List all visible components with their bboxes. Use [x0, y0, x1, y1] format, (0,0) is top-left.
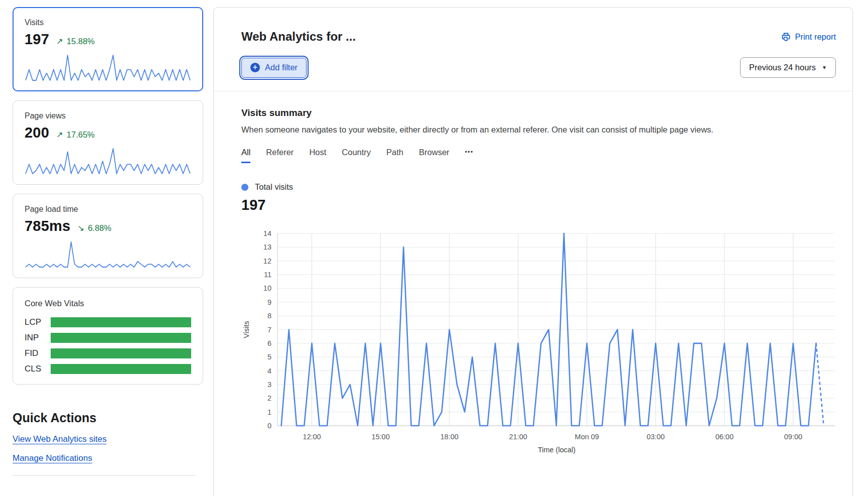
- visits-line-chart: 0123456789101112131412:0015:0018:0021:00…: [241, 228, 836, 457]
- analytics-main-panel: Web Analytics for ... Print report +: [213, 7, 853, 496]
- chart-legend: Total visits: [241, 182, 836, 192]
- svg-text:3: 3: [267, 381, 271, 389]
- tab-country[interactable]: Country: [342, 148, 371, 163]
- visits-summary-title: Visits summary: [241, 107, 836, 118]
- svg-text:7: 7: [267, 326, 271, 334]
- stat-card-value-row: 785ms ↘ 6.88%: [25, 218, 191, 234]
- stat-card-delta-value: 17.65%: [67, 130, 95, 140]
- svg-text:9: 9: [267, 298, 271, 306]
- tabs-overflow-menu[interactable]: •••: [465, 148, 474, 163]
- plus-circle-icon: +: [250, 63, 260, 72]
- core-web-vitals-title: Core Web Vitals: [25, 299, 191, 308]
- trend-up-icon: ↗: [56, 130, 63, 140]
- svg-text:15:00: 15:00: [371, 433, 389, 441]
- cwv-bar-good: [51, 317, 191, 327]
- svg-text:1: 1: [267, 408, 271, 416]
- svg-text:8: 8: [267, 312, 271, 320]
- header-divider: [214, 91, 852, 91]
- time-period-label: Previous 24 hours: [749, 63, 816, 72]
- quick-actions-section: Quick Actions View Web Analytics sites M…: [13, 411, 203, 476]
- stat-card-delta: ↗ 15.88%: [56, 37, 95, 46]
- cwv-row-inp: INP: [25, 333, 191, 343]
- svg-text:12: 12: [263, 257, 271, 265]
- stat-card-visits[interactable]: Visits 197 ↗ 15.88%: [13, 7, 203, 91]
- svg-text:2: 2: [267, 394, 271, 402]
- stat-card-delta: ↘ 6.88%: [77, 223, 111, 233]
- tab-browser[interactable]: Browser: [419, 148, 450, 163]
- svg-text:13: 13: [263, 243, 271, 251]
- dimension-tabs: All Referer Host Country Path Browser ••…: [241, 148, 836, 163]
- cwv-label: INP: [25, 333, 51, 343]
- cwv-bar-track: [51, 333, 191, 343]
- svg-text:4: 4: [267, 367, 271, 375]
- cwv-label: CLS: [25, 364, 51, 374]
- tab-path[interactable]: Path: [386, 148, 403, 163]
- time-period-dropdown[interactable]: Previous 24 hours ▼: [740, 57, 836, 78]
- stat-card-value: 785ms: [25, 218, 70, 234]
- stat-card-label: Visits: [25, 18, 191, 27]
- stat-card-value-row: 197 ↗ 15.88%: [25, 31, 191, 48]
- web-analytics-dashboard: Visits 197 ↗ 15.88% Page views 200 ↗ 17.…: [0, 0, 868, 496]
- svg-text:6: 6: [267, 339, 271, 347]
- cwv-row-cls: CLS: [25, 364, 191, 374]
- stat-card-delta-value: 15.88%: [67, 37, 95, 46]
- print-report-link[interactable]: Print report: [781, 32, 836, 42]
- tab-referer[interactable]: Referer: [266, 148, 294, 163]
- svg-text:18:00: 18:00: [440, 433, 458, 441]
- cwv-bar-good: [51, 333, 191, 343]
- page-views-sparkline: [25, 146, 191, 175]
- stat-card-label: Page load time: [25, 205, 191, 214]
- svg-text:11: 11: [264, 271, 271, 279]
- print-report-label: Print report: [795, 32, 836, 42]
- svg-text:14: 14: [263, 229, 271, 237]
- svg-text:Time (local): Time (local): [538, 446, 575, 454]
- svg-text:Visits: Visits: [242, 321, 250, 338]
- manage-notifications-link[interactable]: Manage Notifications: [13, 453, 92, 463]
- add-filter-button[interactable]: + Add filter: [241, 58, 307, 78]
- page-title: Web Analytics for ...: [241, 30, 356, 44]
- stat-card-page-views[interactable]: Page views 200 ↗ 17.65%: [13, 100, 203, 185]
- add-filter-label: Add filter: [265, 63, 298, 72]
- svg-text:10: 10: [263, 284, 271, 292]
- filter-controls-row: + Add filter Previous 24 hours ▼: [241, 57, 836, 78]
- svg-text:21:00: 21:00: [509, 433, 527, 441]
- visits-sparkline: [25, 53, 191, 82]
- stat-card-value-row: 200 ↗ 17.65%: [25, 125, 191, 141]
- svg-text:09:00: 09:00: [784, 433, 802, 441]
- stat-card-label: Page views: [25, 111, 191, 120]
- core-web-vitals-card: Core Web Vitals LCP INP FID CLS: [13, 287, 203, 385]
- stat-card-delta: ↗ 17.65%: [56, 130, 95, 140]
- svg-text:06:00: 06:00: [715, 433, 734, 441]
- sidebar-divider: [13, 475, 196, 476]
- view-web-analytics-sites-link[interactable]: View Web Analytics sites: [13, 434, 106, 444]
- svg-text:03:00: 03:00: [647, 433, 665, 441]
- svg-text:0: 0: [267, 422, 271, 430]
- trend-up-icon: ↗: [56, 37, 63, 46]
- tab-all[interactable]: All: [241, 148, 250, 163]
- visits-summary-description: When someone navigates to your website, …: [241, 125, 836, 135]
- trend-down-icon: ↘: [77, 223, 84, 233]
- cwv-row-lcp: LCP: [25, 317, 191, 327]
- cwv-bar-track: [51, 364, 191, 374]
- cwv-bar-good: [51, 364, 191, 374]
- cwv-row-fid: FID: [25, 348, 191, 358]
- svg-text:Mon 09: Mon 09: [575, 433, 599, 441]
- svg-text:5: 5: [267, 353, 271, 361]
- quick-actions-title: Quick Actions: [13, 411, 203, 425]
- stat-card-value: 197: [25, 31, 49, 48]
- stat-card-delta-value: 6.88%: [88, 223, 111, 233]
- cwv-label: LCP: [25, 317, 51, 327]
- stat-card-value: 200: [25, 125, 49, 141]
- panel-header: Web Analytics for ... Print report: [241, 30, 836, 44]
- cwv-bar-track: [51, 317, 191, 327]
- metrics-sidebar: Visits 197 ↗ 15.88% Page views 200 ↗ 17.…: [13, 7, 203, 476]
- total-visits-legend-label: Total visits: [255, 182, 293, 192]
- stat-card-page-load-time[interactable]: Page load time 785ms ↘ 6.88%: [13, 194, 203, 278]
- total-visits-legend-dot: [241, 184, 248, 191]
- page-load-sparkline: [25, 239, 191, 269]
- cwv-bar-good: [51, 348, 191, 358]
- cwv-bar-track: [51, 348, 191, 358]
- svg-text:12:00: 12:00: [303, 433, 321, 441]
- tab-host[interactable]: Host: [309, 148, 326, 163]
- cwv-label: FID: [25, 348, 51, 358]
